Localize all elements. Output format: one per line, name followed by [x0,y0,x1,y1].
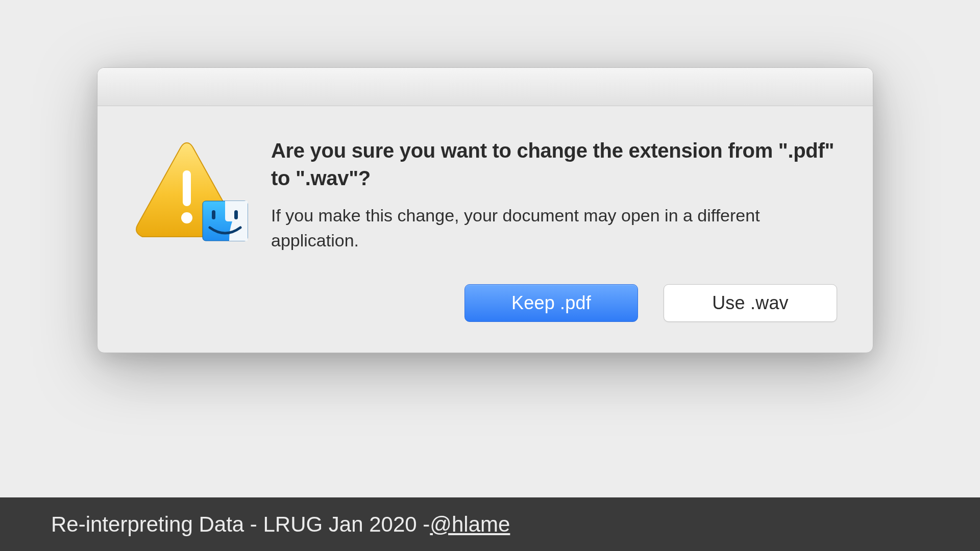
dialog-shadow-wrap: Are you sure you want to change the exte… [97,67,873,353]
keep-pdf-button[interactable]: Keep .pdf [464,284,638,322]
footer-handle-link[interactable]: @hlame [430,512,510,537]
presentation-slide: Are you sure you want to change the exte… [0,0,980,551]
dialog-content: Are you sure you want to change the exte… [97,106,873,274]
footer-text-prefix: Re-interpreting Data - LRUG Jan 2020 - [51,512,430,537]
finder-icon [201,199,250,243]
dialog-button-row: Keep .pdf Use .wav [97,274,873,353]
svg-point-1 [181,212,192,223]
svg-rect-3 [212,210,215,219]
slide-footer: Re-interpreting Data - LRUG Jan 2020 - @… [0,497,980,551]
dialog-heading: Are you sure you want to change the exte… [271,137,837,192]
svg-rect-0 [183,170,191,206]
dialog-description: If you make this change, your document m… [271,203,837,254]
dialog-titlebar [97,68,873,106]
use-wav-button[interactable]: Use .wav [664,284,837,322]
dialog-text-area: Are you sure you want to change the exte… [271,137,837,254]
svg-rect-4 [234,210,238,219]
alert-dialog: Are you sure you want to change the exte… [97,67,873,353]
dialog-icon-area [133,139,240,241]
